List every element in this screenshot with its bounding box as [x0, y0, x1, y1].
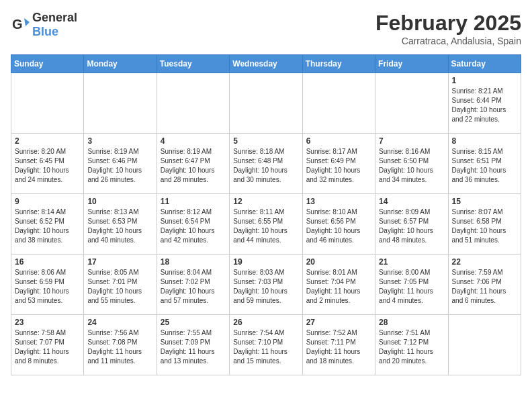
calendar-cell: 17Sunrise: 8:05 AMSunset: 7:01 PMDayligh…: [84, 255, 157, 315]
logo-icon: G: [11, 15, 30, 34]
day-info: Sunrise: 8:18 AMSunset: 6:48 PMDaylight:…: [233, 147, 298, 185]
calendar-cell: 9Sunrise: 8:14 AMSunset: 6:52 PMDaylight…: [11, 194, 84, 255]
calendar-cell: [84, 73, 157, 134]
day-number: 26: [233, 318, 298, 327]
day-number: 14: [379, 197, 444, 206]
day-number: 22: [452, 257, 517, 267]
title-block: February 2025 Carratraca, Andalusia, Spa…: [375, 11, 521, 46]
calendar-cell: 1Sunrise: 8:21 AMSunset: 6:44 PMDaylight…: [448, 73, 521, 134]
day-number: 18: [161, 257, 226, 267]
day-number: 5: [233, 136, 298, 146]
day-info: Sunrise: 7:58 AMSunset: 7:07 PMDaylight:…: [15, 328, 80, 366]
calendar-cell: 24Sunrise: 7:56 AMSunset: 7:08 PMDayligh…: [84, 315, 157, 375]
logo: G General Blue: [11, 11, 77, 39]
calendar-cell: 18Sunrise: 8:04 AMSunset: 7:02 PMDayligh…: [157, 255, 229, 315]
day-number: 21: [379, 257, 444, 267]
day-info: Sunrise: 8:09 AMSunset: 6:57 PMDaylight:…: [379, 208, 444, 245]
day-info: Sunrise: 8:11 AMSunset: 6:55 PMDaylight:…: [233, 208, 298, 245]
day-info: Sunrise: 8:21 AMSunset: 6:44 PMDaylight:…: [452, 87, 517, 124]
day-number: 25: [161, 318, 226, 327]
calendar-cell: 2Sunrise: 8:20 AMSunset: 6:45 PMDaylight…: [11, 134, 84, 194]
day-info: Sunrise: 8:17 AMSunset: 6:49 PMDaylight:…: [306, 147, 371, 185]
location: Carratraca, Andalusia, Spain: [375, 36, 521, 46]
day-info: Sunrise: 8:15 AMSunset: 6:51 PMDaylight:…: [452, 147, 517, 185]
day-info: Sunrise: 8:07 AMSunset: 6:58 PMDaylight:…: [452, 208, 517, 245]
day-info: Sunrise: 8:13 AMSunset: 6:53 PMDaylight:…: [87, 208, 152, 245]
day-number: 4: [161, 136, 226, 146]
calendar-cell: 25Sunrise: 7:55 AMSunset: 7:09 PMDayligh…: [157, 315, 229, 375]
day-of-week-header: Sunday: [11, 55, 84, 73]
calendar-cell: 3Sunrise: 8:19 AMSunset: 6:46 PMDaylight…: [84, 134, 157, 194]
day-info: Sunrise: 8:19 AMSunset: 6:46 PMDaylight:…: [87, 147, 152, 185]
calendar-week-row: 1Sunrise: 8:21 AMSunset: 6:44 PMDaylight…: [11, 73, 521, 134]
day-info: Sunrise: 8:14 AMSunset: 6:52 PMDaylight:…: [15, 208, 80, 245]
day-number: 1: [452, 76, 517, 85]
day-info: Sunrise: 7:59 AMSunset: 7:06 PMDaylight:…: [452, 268, 517, 306]
day-info: Sunrise: 7:55 AMSunset: 7:09 PMDaylight:…: [161, 328, 226, 366]
day-number: 17: [87, 257, 152, 267]
day-number: 23: [15, 318, 80, 327]
day-info: Sunrise: 8:00 AMSunset: 7:05 PMDaylight:…: [379, 268, 444, 306]
day-number: 6: [306, 136, 371, 146]
calendar-cell: 22Sunrise: 7:59 AMSunset: 7:06 PMDayligh…: [448, 255, 521, 315]
svg-marker-1: [24, 18, 30, 26]
calendar-cell: 13Sunrise: 8:10 AMSunset: 6:56 PMDayligh…: [302, 194, 375, 255]
calendar-cell: 12Sunrise: 8:11 AMSunset: 6:55 PMDayligh…: [230, 194, 302, 255]
day-info: Sunrise: 8:01 AMSunset: 7:04 PMDaylight:…: [306, 268, 371, 306]
day-of-week-header: Saturday: [448, 55, 521, 73]
day-info: Sunrise: 7:54 AMSunset: 7:10 PMDaylight:…: [233, 328, 298, 366]
calendar-week-row: 16Sunrise: 8:06 AMSunset: 6:59 PMDayligh…: [11, 255, 521, 315]
calendar-cell: [375, 73, 448, 134]
logo-blue: Blue: [32, 25, 58, 38]
day-number: 8: [452, 136, 517, 146]
day-info: Sunrise: 8:12 AMSunset: 6:54 PMDaylight:…: [161, 208, 226, 245]
logo-general: General: [32, 11, 77, 24]
day-number: 19: [233, 257, 298, 267]
calendar-cell: [302, 73, 375, 134]
calendar-cell: [11, 73, 84, 134]
day-info: Sunrise: 8:19 AMSunset: 6:47 PMDaylight:…: [161, 147, 226, 185]
day-info: Sunrise: 7:52 AMSunset: 7:11 PMDaylight:…: [306, 328, 371, 366]
calendar-cell: 20Sunrise: 8:01 AMSunset: 7:04 PMDayligh…: [302, 255, 375, 315]
day-number: 7: [379, 136, 444, 146]
calendar-cell: 28Sunrise: 7:51 AMSunset: 7:12 PMDayligh…: [375, 315, 448, 375]
calendar-cell: 5Sunrise: 8:18 AMSunset: 6:48 PMDaylight…: [230, 134, 302, 194]
calendar-cell: 4Sunrise: 8:19 AMSunset: 6:47 PMDaylight…: [157, 134, 229, 194]
day-of-week-header: Wednesday: [230, 55, 302, 73]
month-year: February 2025: [375, 11, 521, 36]
day-of-week-header: Thursday: [302, 55, 375, 73]
calendar-cell: 16Sunrise: 8:06 AMSunset: 6:59 PMDayligh…: [11, 255, 84, 315]
day-number: 9: [15, 197, 80, 206]
calendar-cell: 27Sunrise: 7:52 AMSunset: 7:11 PMDayligh…: [302, 315, 375, 375]
calendar-cell: 7Sunrise: 8:16 AMSunset: 6:50 PMDaylight…: [375, 134, 448, 194]
day-number: 3: [87, 136, 152, 146]
day-info: Sunrise: 8:10 AMSunset: 6:56 PMDaylight:…: [306, 208, 371, 245]
day-number: 2: [15, 136, 80, 146]
day-of-week-header: Friday: [375, 55, 448, 73]
day-info: Sunrise: 7:56 AMSunset: 7:08 PMDaylight:…: [87, 328, 152, 366]
calendar-cell: 6Sunrise: 8:17 AMSunset: 6:49 PMDaylight…: [302, 134, 375, 194]
day-number: 10: [87, 197, 152, 206]
day-info: Sunrise: 8:05 AMSunset: 7:01 PMDaylight:…: [87, 268, 152, 306]
day-number: 27: [306, 318, 371, 327]
calendar-cell: 11Sunrise: 8:12 AMSunset: 6:54 PMDayligh…: [157, 194, 229, 255]
day-info: Sunrise: 8:04 AMSunset: 7:02 PMDaylight:…: [161, 268, 226, 306]
calendar-cell: 10Sunrise: 8:13 AMSunset: 6:53 PMDayligh…: [84, 194, 157, 255]
day-number: 12: [233, 197, 298, 206]
calendar-cell: 8Sunrise: 8:15 AMSunset: 6:51 PMDaylight…: [448, 134, 521, 194]
day-number: 24: [87, 318, 152, 327]
calendar-cell: [230, 73, 302, 134]
calendar-cell: [448, 315, 521, 375]
page-header: G General Blue February 2025 Carratraca,…: [11, 11, 521, 46]
day-number: 11: [161, 197, 226, 206]
day-number: 20: [306, 257, 371, 267]
calendar-body: 1Sunrise: 8:21 AMSunset: 6:44 PMDaylight…: [11, 73, 521, 375]
calendar-cell: 19Sunrise: 8:03 AMSunset: 7:03 PMDayligh…: [230, 255, 302, 315]
day-number: 16: [15, 257, 80, 267]
day-number: 15: [452, 197, 517, 206]
calendar-cell: [157, 73, 229, 134]
day-info: Sunrise: 7:51 AMSunset: 7:12 PMDaylight:…: [379, 328, 444, 366]
calendar-header-row: SundayMondayTuesdayWednesdayThursdayFrid…: [11, 55, 521, 73]
calendar-cell: 23Sunrise: 7:58 AMSunset: 7:07 PMDayligh…: [11, 315, 84, 375]
calendar-week-row: 9Sunrise: 8:14 AMSunset: 6:52 PMDaylight…: [11, 194, 521, 255]
